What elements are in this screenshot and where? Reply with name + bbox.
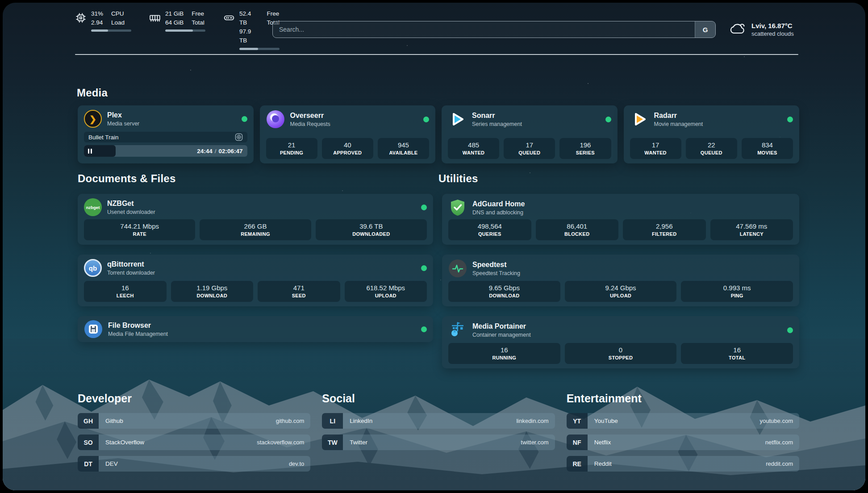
stat-value: 196 (562, 141, 608, 149)
stat-value: 39.6 TB (318, 222, 424, 230)
pause-icon[interactable] (88, 149, 92, 154)
status-dot (787, 327, 793, 333)
stat-box: 1.19 GbpsDOWNLOAD (171, 281, 254, 302)
bookmark-url: linkedin.com (516, 418, 555, 424)
app-description: Speedtest Tracking (472, 270, 520, 276)
star-specks (3, 3, 4, 4)
stat-label: REMAINING (202, 231, 308, 237)
stat-value: 22 (689, 141, 734, 149)
app-name: Sonarr (472, 111, 522, 121)
radarr-card[interactable]: Radarr Movie management 17WANTED22QUEUED… (624, 105, 800, 163)
stat-label: PENDING (269, 150, 315, 155)
stat-box: 744.21 MbpsRATE (84, 219, 195, 240)
filebrowser-icon (84, 320, 103, 338)
bookmark-row[interactable]: GHGithubgithub.com (78, 413, 310, 429)
bookmark-row[interactable]: RERedditreddit.com (567, 456, 799, 472)
memory-total-label: Total (192, 18, 204, 27)
radarr-icon (630, 110, 649, 129)
now-playing-icon (235, 133, 243, 141)
media-card-grid: ❯ Plex Media server Bullet Train (78, 105, 799, 163)
stat-label: BLOCKED (538, 231, 616, 237)
search-bar: G (272, 21, 716, 38)
search-engine-button[interactable]: G (695, 21, 715, 38)
stat-row: 17WANTED22QUEUED834MOVIES (630, 138, 793, 159)
adguard-icon (448, 198, 467, 217)
adguard-card[interactable]: AdGuard Home DNS and adblocking 498,564Q… (442, 194, 799, 245)
stat-value: 40 (325, 141, 371, 149)
stat-box: 9.24 GbpsUPLOAD (565, 281, 677, 302)
bookmark-name: Twitter (343, 439, 367, 446)
portainer-card[interactable]: Media Portainer Container management 16R… (442, 316, 799, 368)
plex-card[interactable]: ❯ Plex Media server Bullet Train (78, 105, 254, 163)
sonarr-card[interactable]: Sonarr Series management 485WANTED17QUEU… (442, 105, 618, 163)
section-title-social: Social (322, 392, 555, 405)
now-playing-row: Bullet Train (84, 132, 247, 142)
app-description: Torrent downloader (107, 270, 155, 276)
stat-box: 0.993 msPING (681, 281, 793, 302)
stat-label: LEECH (87, 293, 164, 298)
plex-icon: ❯ (84, 110, 102, 128)
stat-row: 744.21 MbpsRATE266 GBREMAINING39.6 TBDOW… (84, 219, 427, 240)
bookmark-url: twitter.com (521, 439, 555, 446)
stat-value: 47.569 ms (713, 222, 791, 230)
section-title-documents: Documents & Files (78, 172, 175, 185)
stat-value: 0.993 ms (684, 284, 790, 292)
bookmark-row[interactable]: NFNetflixnetflix.com (567, 435, 799, 450)
stat-box: 834MOVIES (742, 138, 793, 159)
weather-condition: scattered clouds (751, 30, 794, 37)
stat-label: LATENCY (713, 231, 791, 237)
stat-box: 9.65 GbpsDOWNLOAD (448, 281, 560, 302)
stat-box: 17WANTED (630, 138, 681, 159)
stat-box: 16LEECH (84, 281, 167, 302)
qbittorrent-card[interactable]: qb qBittorrent Torrent downloader 16LEEC… (78, 255, 433, 306)
stat-box: 16TOTAL (681, 343, 793, 364)
nzbget-card[interactable]: nzbget NZBGet Usenet downloader 744.21 M… (78, 194, 433, 245)
app-name: Overseerr (290, 111, 330, 121)
search-input[interactable] (273, 21, 695, 38)
stat-value: 17 (633, 141, 679, 149)
stat-box: 471SEED (258, 281, 340, 302)
app-name: Plex (107, 111, 139, 120)
app-name: Speedtest (472, 260, 520, 270)
bookmark-row[interactable]: TWTwittertwitter.com (322, 435, 555, 450)
stat-box: 16RUNNING (448, 343, 560, 364)
bookmark-row[interactable]: DTDEVdev.to (78, 456, 310, 472)
stat-label: DOWNLOAD (174, 293, 251, 298)
utilities-column: AdGuard Home DNS and adblocking 498,564Q… (442, 194, 799, 368)
stat-label: SERIES (562, 150, 608, 155)
stat-label: QUERIES (451, 231, 529, 237)
stat-label: STOPPED (568, 355, 674, 360)
portainer-icon (448, 321, 467, 339)
speedtest-card[interactable]: Speedtest Speedtest Tracking 9.65 GbpsDO… (442, 255, 799, 306)
stat-value: 266 GB (202, 222, 308, 230)
resource-stats: 31% 2.94 CPU Load (75, 9, 272, 50)
overseerr-card[interactable]: Overseerr Media Requests 21PENDING40APPR… (260, 105, 436, 163)
stat-value: 16 (87, 284, 164, 292)
stat-label: SEED (260, 293, 338, 298)
bookmark-row[interactable]: SOStackOverflowstackoverflow.com (78, 435, 310, 450)
stat-row: 9.65 GbpsDOWNLOAD9.24 GbpsUPLOAD0.993 ms… (448, 281, 793, 302)
stat-row: 16RUNNING0STOPPED16TOTAL (448, 343, 793, 364)
stat-box: 0STOPPED (565, 343, 677, 364)
stat-box: 22QUEUED (686, 138, 737, 159)
stat-label: DOWNLOAD (451, 293, 558, 298)
stat-value: 1.19 Gbps (174, 284, 251, 292)
stat-value: 16 (684, 346, 790, 354)
playback-progress-bar: 24:44 / 02:06:47 (84, 145, 247, 157)
bookmark-row[interactable]: YTYouTubeyoutube.com (567, 413, 799, 429)
memory-icon (149, 12, 161, 25)
memory-stat: 21 GiB 64 GiB Free Total (149, 9, 205, 50)
speedtest-icon (448, 259, 467, 278)
playback-time: 24:44 / 02:06:47 (197, 148, 247, 155)
bookmark-row[interactable]: LILinkedInlinkedin.com (322, 413, 555, 429)
stat-value: 0 (568, 346, 674, 354)
bookmark-abbr: NF (567, 435, 588, 450)
playback-progress-fill (84, 145, 116, 157)
section-title-utilities: Utilities (438, 172, 478, 185)
filebrowser-card[interactable]: File Browser Media File Management (78, 316, 433, 342)
disk-free-label: Free (267, 9, 280, 18)
stat-box: 498,564QUERIES (448, 219, 531, 240)
cpu-icon (75, 12, 87, 25)
total-time: 02:06:47 (218, 148, 242, 155)
disk-total-value: 97.9 TB (239, 27, 259, 46)
